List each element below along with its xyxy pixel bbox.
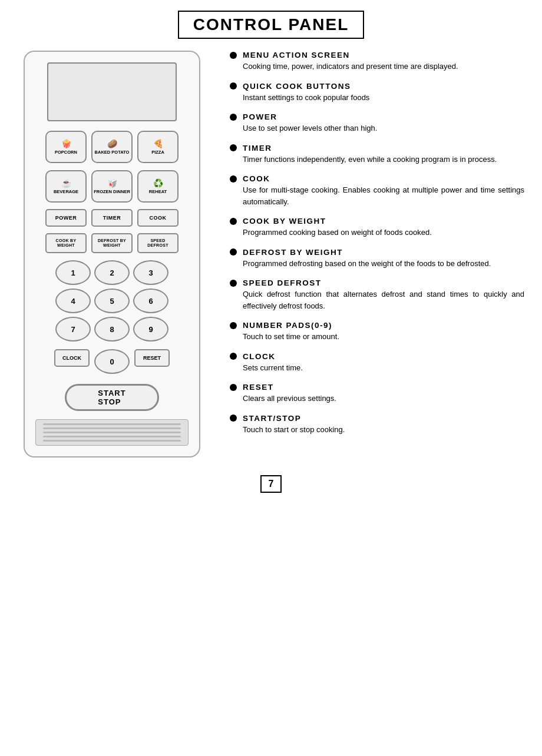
left-panel: 🍿 POPCORN 🥔 BAKED POTATO 🍕 PIZZA ☕ BEVER… xyxy=(12,51,212,457)
display-screen xyxy=(47,62,177,121)
feature-bullet-8 xyxy=(230,322,237,329)
num-2-button[interactable]: 2 xyxy=(94,260,130,285)
feature-item-9: CLOCKSets current time. xyxy=(230,352,524,374)
feature-title-1: QUICK COOK BUTTONS xyxy=(243,82,351,91)
feature-item-6: DEFROST BY WEIGHTProgrammed defrosting b… xyxy=(230,248,524,270)
baked-potato-button[interactable]: 🥔 BAKED POTATO xyxy=(91,131,133,163)
vent-line-5 xyxy=(43,440,181,442)
cook-by-weight-button[interactable]: COOK BYWEIGHT xyxy=(45,233,87,253)
pizza-button[interactable]: 🍕 PIZZA xyxy=(137,131,179,163)
num-7-button[interactable]: 7 xyxy=(55,317,91,341)
feature-item-0: MENU ACTION SCREENCooking time, power, i… xyxy=(230,51,524,72)
feature-desc-6: Programmed defrosting based on the weigh… xyxy=(230,258,524,270)
num-5-button[interactable]: 5 xyxy=(94,289,130,313)
feature-bullet-11 xyxy=(230,415,237,422)
vent-line-1 xyxy=(43,423,181,425)
feature-item-4: COOKUse for multi-stage cooking. Enables… xyxy=(230,174,524,207)
feature-header-4: COOK xyxy=(230,174,524,183)
feature-desc-11: Touch to start or stop cooking. xyxy=(230,424,524,436)
baked-potato-label: BAKED POTATO xyxy=(95,150,130,155)
feature-bullet-10 xyxy=(230,384,237,391)
frozen-dinner-icon: 🥡 xyxy=(107,178,117,188)
feature-desc-5: Programmed cooking based on weight of fo… xyxy=(230,227,524,238)
page-number: 7 xyxy=(260,475,282,493)
control-row: POWER TIMER COOK xyxy=(45,209,179,227)
cook-button[interactable]: COOK xyxy=(137,209,179,227)
reset-button[interactable]: RESET xyxy=(134,349,170,367)
feature-title-10: RESET xyxy=(243,383,274,392)
feature-bullet-1 xyxy=(230,82,237,89)
bottom-row: CLOCK 0 RESET xyxy=(54,349,170,374)
microwave-diagram: 🍿 POPCORN 🥔 BAKED POTATO 🍕 PIZZA ☕ BEVER… xyxy=(24,51,200,457)
num-0-button[interactable]: 0 xyxy=(94,349,130,374)
feature-item-7: SPEED DEFROSTQuick defrost function that… xyxy=(230,278,524,311)
num-6-button[interactable]: 6 xyxy=(133,289,168,313)
start-stop-button[interactable]: STARTSTOP xyxy=(65,384,159,411)
feature-header-8: NUMBER PADS(0-9) xyxy=(230,321,524,330)
vent-line-4 xyxy=(43,436,181,437)
feature-title-7: SPEED DEFROST xyxy=(243,278,322,287)
vent-area xyxy=(35,419,189,446)
pizza-icon: 🍕 xyxy=(153,139,163,148)
numpad: 1 2 3 4 5 6 7 8 9 xyxy=(55,260,168,341)
feature-header-10: RESET xyxy=(230,383,524,392)
vent-line-2 xyxy=(43,427,181,429)
feature-bullet-5 xyxy=(230,218,237,225)
feature-title-11: START/STOP xyxy=(243,414,301,423)
page-number-area: 7 xyxy=(0,475,542,502)
main-content: 🍿 POPCORN 🥔 BAKED POTATO 🍕 PIZZA ☕ BEVER… xyxy=(0,45,542,469)
frozen-dinner-button[interactable]: 🥡 FROZEN DINNER xyxy=(91,170,133,203)
feature-header-0: MENU ACTION SCREEN xyxy=(230,51,524,59)
num-1-button[interactable]: 1 xyxy=(55,260,91,285)
feature-header-7: SPEED DEFROST xyxy=(230,278,524,287)
popcorn-button[interactable]: 🍿 POPCORN xyxy=(45,131,87,163)
header: CONTROL PANEL xyxy=(0,0,542,45)
feature-title-4: COOK xyxy=(243,174,270,183)
feature-bullet-0 xyxy=(230,52,237,59)
popcorn-label: POPCORN xyxy=(55,150,77,155)
feature-title-5: COOK BY WEIGHT xyxy=(243,217,326,226)
feature-item-1: QUICK COOK BUTTONSInstant settings to co… xyxy=(230,82,524,104)
feature-title-0: MENU ACTION SCREEN xyxy=(243,51,350,59)
num-4-button[interactable]: 4 xyxy=(55,289,91,313)
feature-desc-4: Use for multi-stage cooking. Enables coo… xyxy=(230,184,524,207)
feature-header-1: QUICK COOK BUTTONS xyxy=(230,82,524,91)
feature-desc-1: Instant settings to cook popular foods xyxy=(230,92,524,104)
reheat-button[interactable]: ♻️ REHEAT xyxy=(137,170,179,203)
feature-item-8: NUMBER PADS(0-9)Touch to set time or amo… xyxy=(230,321,524,343)
defrost-by-weight-button[interactable]: DEFROST BYWEIGHT xyxy=(91,233,133,253)
timer-button[interactable]: TIMER xyxy=(91,209,133,227)
feature-header-3: TIMER xyxy=(230,144,524,152)
beverage-icon: ☕ xyxy=(61,178,71,188)
clock-button[interactable]: CLOCK xyxy=(54,349,90,367)
num-3-button[interactable]: 3 xyxy=(133,260,168,285)
feature-header-11: START/STOP xyxy=(230,414,524,423)
feature-bullet-4 xyxy=(230,175,237,183)
quick-cook-row-2: ☕ BEVERAGE 🥡 FROZEN DINNER ♻️ REHEAT xyxy=(45,170,179,203)
feature-desc-9: Sets current time. xyxy=(230,362,524,374)
feature-header-5: COOK BY WEIGHT xyxy=(230,217,524,226)
feature-desc-10: Clears all previous settings. xyxy=(230,393,524,404)
feature-title-6: DEFROST BY WEIGHT xyxy=(243,248,343,257)
start-stop-label: STARTSTOP xyxy=(98,389,125,406)
speed-defrost-button[interactable]: SPEEDDEFROST xyxy=(137,233,179,253)
feature-item-5: COOK BY WEIGHTProgrammed cooking based o… xyxy=(230,217,524,238)
frozen-dinner-label: FROZEN DINNER xyxy=(94,189,130,194)
feature-title-8: NUMBER PADS(0-9) xyxy=(243,321,332,330)
weight-row: COOK BYWEIGHT DEFROST BYWEIGHT SPEEDDEFR… xyxy=(45,233,179,253)
feature-item-11: START/STOPTouch to start or stop cooking… xyxy=(230,414,524,436)
beverage-button[interactable]: ☕ BEVERAGE xyxy=(45,170,87,203)
feature-title-9: CLOCK xyxy=(243,352,276,361)
feature-item-10: RESETClears all previous settings. xyxy=(230,383,524,404)
popcorn-icon: 🍿 xyxy=(61,139,71,148)
page-title: CONTROL PANEL xyxy=(178,11,365,39)
power-button[interactable]: POWER xyxy=(45,209,87,227)
num-9-button[interactable]: 9 xyxy=(133,317,168,341)
feature-desc-8: Touch to set time or amount. xyxy=(230,331,524,343)
feature-bullet-7 xyxy=(230,280,237,287)
feature-desc-7: Quick defrost function that alternates d… xyxy=(230,289,524,311)
reheat-label: REHEAT xyxy=(149,189,167,194)
feature-desc-3: Timer functions independently, even whil… xyxy=(230,154,524,165)
feature-bullet-3 xyxy=(230,144,237,151)
num-8-button[interactable]: 8 xyxy=(94,317,130,341)
